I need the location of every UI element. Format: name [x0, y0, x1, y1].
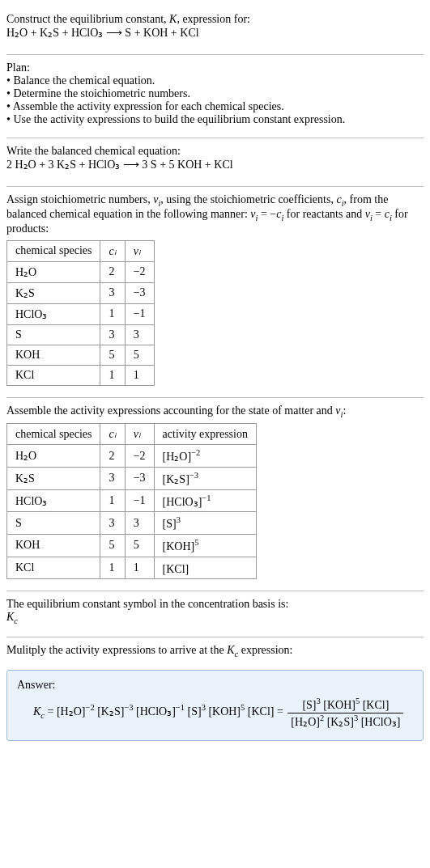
table-header-row: chemical species cᵢ νᵢ	[7, 240, 155, 261]
th-text: chemical species	[15, 244, 92, 256]
assign-t2: , using the stoichiometric coefficients,	[160, 193, 336, 205]
term-base: [KCl]	[248, 705, 275, 718]
td: −2	[125, 445, 154, 468]
td: 1	[100, 489, 125, 512]
table-row: KCl11[KCl]	[7, 557, 257, 579]
table-row: K₂S3−3	[7, 282, 155, 303]
act-base: [H₂O]	[163, 451, 192, 463]
term: [H₂O]2	[291, 716, 324, 728]
act-base: [K₂S]	[163, 473, 189, 485]
table-header-row: chemical species cᵢ νᵢ activity expressi…	[7, 424, 257, 445]
assemble-section: Assemble the activity expressions accoun…	[6, 398, 424, 592]
fraction-denominator: [H₂O]2 [K₂S]3 [HClO₃]	[287, 713, 403, 730]
plan-item: • Assemble the activity expression for e…	[6, 100, 424, 113]
table-row: S33	[7, 324, 155, 345]
td: 3	[125, 512, 154, 535]
td: H₂O	[7, 261, 100, 282]
td: [KOH]5	[154, 535, 256, 557]
term: [S]3	[188, 705, 206, 718]
td: K₂S	[7, 468, 100, 490]
td: 3	[100, 468, 125, 490]
multiply-t2: expression:	[238, 644, 292, 656]
td: 1	[100, 303, 125, 324]
td: 3	[100, 282, 125, 303]
intro-text-1: Construct the equilibrium constant,	[6, 13, 169, 25]
table-row: HClO₃1−1	[7, 303, 155, 324]
term-base: [K₂S]	[97, 705, 124, 718]
td: 5	[125, 535, 154, 557]
table-header: activity expression	[154, 424, 256, 445]
term-base: [HClO₃]	[136, 705, 176, 718]
td: −3	[125, 468, 154, 490]
plan-item-text: Balance the chemical equation.	[13, 74, 155, 87]
td: KCl	[7, 365, 100, 385]
td: −1	[125, 303, 154, 324]
td: 1	[125, 365, 154, 385]
td: HClO₃	[7, 489, 100, 512]
answer-box: Answer: Kc = [H₂O]−2 [K₂S]−3 [HClO₃]−1 […	[6, 670, 424, 741]
act-exp: −2	[191, 448, 200, 457]
stoich-table: chemical species cᵢ νᵢ H₂O2−2 K₂S3−3 HCl…	[6, 240, 155, 386]
symbol-K: K	[6, 611, 14, 623]
td: −3	[125, 282, 154, 303]
term-base: [HClO₃]	[361, 716, 401, 728]
plan-item-text: Determine the stoichiometric numbers.	[13, 87, 190, 100]
multiply-t1: Mulitply the activity expressions to arr…	[6, 644, 227, 656]
td: 5	[100, 535, 125, 557]
td: H₂O	[7, 445, 100, 468]
th-text: cᵢ	[109, 428, 116, 440]
td: KCl	[7, 557, 100, 579]
plan-item-text: Assemble the activity expression for eac…	[13, 100, 284, 112]
term-exp: −2	[85, 704, 94, 713]
td: 3	[125, 324, 154, 345]
assign-t1: Assign stoichiometric numbers,	[6, 193, 153, 205]
td: K₂S	[7, 282, 100, 303]
td: [H₂O]−2	[154, 445, 256, 468]
answer-expression: Kc = [H₂O]−2 [K₂S]−3 [HClO₃]−1 [S]3 [KOH…	[17, 697, 413, 729]
table-header: chemical species	[7, 240, 100, 261]
term-exp: 3	[202, 704, 206, 713]
td: 1	[100, 365, 125, 385]
term: [KCl]	[248, 705, 275, 718]
multiply-text: Mulitply the activity expressions to arr…	[6, 644, 424, 658]
assign-text: Assign stoichiometric numbers, νi, using…	[6, 193, 424, 235]
assemble-t1: Assemble the activity expressions accoun…	[6, 404, 335, 417]
td: −1	[125, 489, 154, 512]
term: [KCl]	[363, 699, 390, 711]
intro-equation: H₂O + K₂S + HClO₃ ⟶ S + KOH + KCl	[6, 26, 424, 43]
balanced-section: Write the balanced chemical equation: 2 …	[6, 138, 424, 187]
table-row: KCl11	[7, 365, 155, 385]
symbol-K-sub: c	[14, 616, 18, 625]
table-header: chemical species	[7, 424, 100, 445]
term-base: [H₂O]	[291, 716, 320, 728]
fraction-numerator: [S]3 [KOH]5 [KCl]	[287, 697, 403, 713]
table-header: cᵢ	[100, 424, 125, 445]
act-exp: 5	[194, 538, 198, 547]
term: [H₂O]−2	[57, 705, 95, 718]
act-exp: −3	[189, 471, 198, 480]
td: [HClO₃]−1	[154, 489, 256, 512]
term: [KOH]5	[323, 699, 360, 711]
plan-item: • Use the activity expressions to build …	[6, 113, 424, 126]
term-base: [KOH]	[323, 699, 355, 711]
intro-K: K	[169, 13, 177, 25]
term-exp: 3	[317, 697, 321, 705]
plan-item-text: Use the activity expressions to build th…	[13, 113, 345, 125]
term-base: [KOH]	[208, 705, 241, 718]
td: 3	[100, 512, 125, 535]
td: [KCl]	[154, 557, 256, 579]
th-text: νᵢ	[134, 245, 141, 257]
td: [S]3	[154, 512, 256, 535]
act-exp: 3	[177, 515, 181, 524]
answer-label: Answer:	[17, 679, 413, 692]
term-base: [H₂O]	[57, 705, 86, 718]
table-header: νᵢ	[125, 424, 154, 445]
term: [S]3	[302, 699, 320, 711]
assign-t4: for reactants and	[283, 208, 364, 220]
multiply-section: Mulitply the activity expressions to arr…	[6, 637, 424, 670]
intro-line: Construct the equilibrium constant, K, e…	[6, 13, 424, 26]
th-text: cᵢ	[109, 245, 116, 257]
th-text: νᵢ	[134, 428, 141, 440]
symbol-section: The equilibrium constant symbol in the c…	[6, 591, 424, 637]
term-exp: 3	[354, 714, 358, 723]
